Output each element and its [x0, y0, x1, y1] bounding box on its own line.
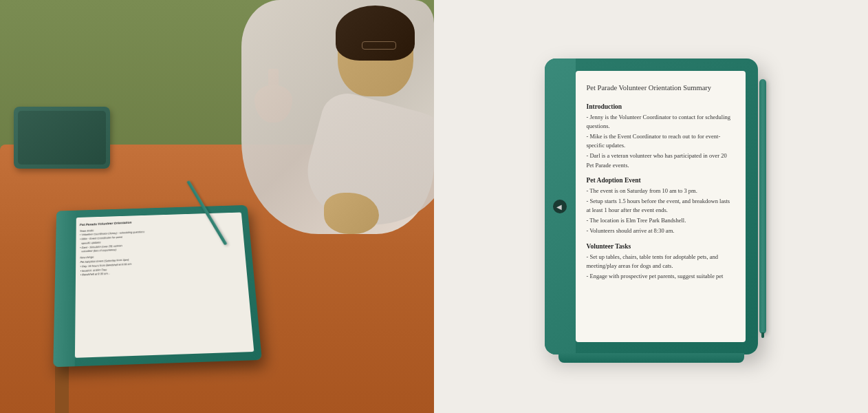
right-panel: ◀ Pet Parade Volunteer Orientation Summa…: [434, 0, 868, 413]
section-pet-adoption: Pet Adoption Event - The event is on Sat…: [587, 177, 735, 236]
document-title: Pet Parade Volunteer Orientation Summary: [587, 83, 735, 94]
stylus-tip: [761, 332, 764, 338]
section-introduction-heading: Introduction: [587, 103, 735, 110]
section-pet-adoption-heading: Pet Adoption Event: [587, 177, 735, 184]
device-left-bar: ◀: [545, 59, 576, 354]
ereader-body: ◀ Pet Parade Volunteer Orientation Summa…: [545, 59, 758, 354]
back-arrow-icon: ◀: [556, 203, 562, 211]
adoption-bullet-2: - Setup starts 1.5 hours before the even…: [587, 197, 735, 215]
back-button[interactable]: ◀: [553, 200, 567, 213]
intro-bullet-2: - Mike is the Event Coordinator to reach…: [587, 132, 735, 150]
adoption-bullet-3: - The location is Elm Tree Park Bandshel…: [587, 216, 735, 225]
adoption-bullet-4: - Volunteers should arrive at 8:30 am.: [587, 226, 735, 235]
intro-bullet-3: - Darl is a veteran volunteer who has pa…: [587, 151, 735, 169]
photo-background: Pet Parade Volunteer Orientation Team le…: [0, 0, 434, 413]
document-screen: Pet Parade Volunteer Orientation Summary…: [576, 71, 746, 342]
ereader-right-device: ◀ Pet Parade Volunteer Orientation Summa…: [545, 59, 758, 354]
green-tray: [14, 107, 110, 169]
stylus-right: [759, 79, 766, 334]
section-volunteer-tasks-heading: Volunteer Tasks: [587, 243, 735, 250]
left-panel: Pet Parade Volunteer Orientation Team le…: [0, 0, 434, 413]
section-introduction: Introduction - Jenny is the Volunteer Co…: [587, 103, 735, 170]
section-volunteer-tasks: Volunteer Tasks - Set up tables, chairs,…: [587, 243, 735, 282]
tasks-bullet-2: - Engage with prospective pet parents, s…: [587, 272, 735, 281]
adoption-bullet-1: - The event is on Saturday from 10 am to…: [587, 187, 735, 195]
device-base: [558, 353, 744, 363]
intro-bullet-1: - Jenny is the Volunteer Coordinator to …: [587, 113, 735, 131]
ereader-left-device: Pet Parade Volunteer Orientation Team le…: [53, 205, 262, 367]
tasks-bullet-1: - Set up tables, chairs, table tents for…: [587, 253, 735, 271]
